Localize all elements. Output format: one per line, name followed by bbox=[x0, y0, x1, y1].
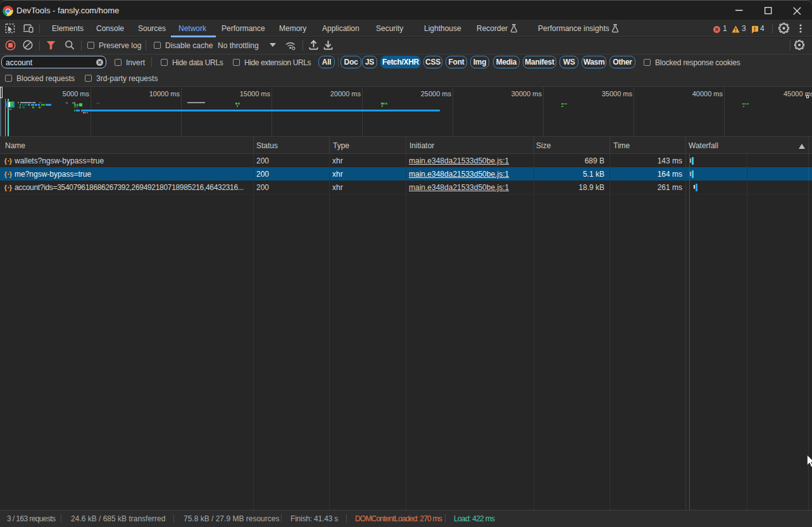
svg-text:}: } bbox=[9, 157, 13, 165]
svg-text:{: { bbox=[4, 157, 8, 165]
svg-text:}: } bbox=[9, 170, 13, 178]
svg-text:{: { bbox=[4, 170, 8, 178]
svg-text:{: { bbox=[4, 184, 8, 191]
svg-text:}: } bbox=[9, 184, 13, 191]
